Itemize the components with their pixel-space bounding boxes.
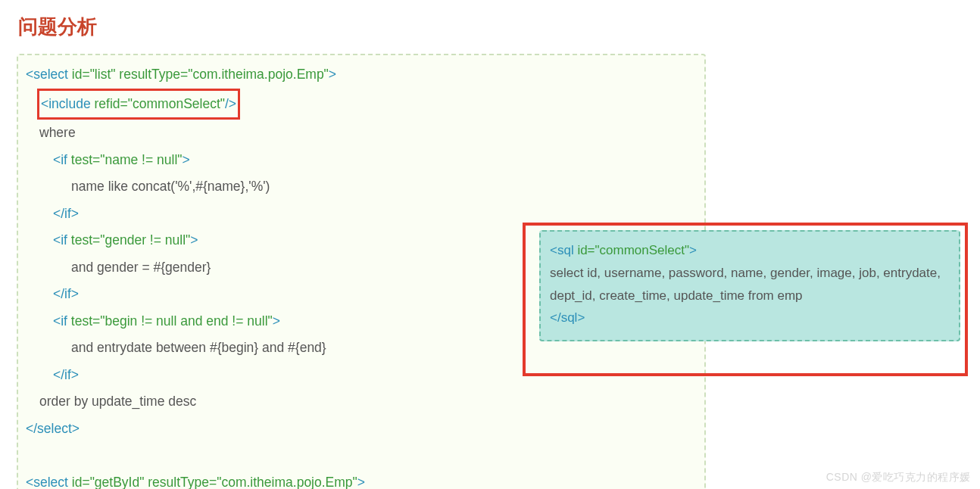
tag-close: </select> <box>26 421 80 436</box>
code-line: name like concat('%',#{name},'%') <box>26 173 697 201</box>
code-line: where <box>26 120 697 147</box>
attr: id="list" resultType="com.itheima.pojo.E… <box>72 67 329 82</box>
attr: id="commonSelect" <box>577 243 689 257</box>
text: and gender = #{gender} <box>71 260 211 275</box>
tag-close: /> <box>225 96 236 111</box>
sql-fragment-highlight: <sql id="commonSelect"> select id, usern… <box>523 223 968 376</box>
tag-open: <sql <box>550 243 577 257</box>
code-line: <select id="getById" resultType="com.ith… <box>26 469 697 489</box>
code-line: order by update_time desc <box>26 388 697 416</box>
tag-open: <include <box>41 96 95 111</box>
tag-open: <select <box>26 475 72 489</box>
tag-close: > <box>357 475 365 489</box>
attr: id="getById" resultType="com.itheima.poj… <box>72 475 357 489</box>
tag-close: </if> <box>53 367 79 382</box>
tag-close: > <box>689 243 697 257</box>
text: select id, username, password, name, gen… <box>550 266 941 303</box>
tag-close: > <box>329 67 336 82</box>
text: order by update_time desc <box>39 394 196 409</box>
text: name like concat('%',#{name},'%') <box>71 179 270 194</box>
code-line: <sql id="commonSelect"> <box>550 239 950 262</box>
attr: test="name != null" <box>71 152 183 167</box>
code-line: <if test="name != null"> <box>26 147 697 174</box>
tag-close: > <box>190 232 198 248</box>
code-line: select id, username, password, name, gen… <box>550 262 950 307</box>
section-title: 问题分析 <box>18 14 963 40</box>
tag-open: <if <box>53 152 71 167</box>
code-line: </select> <box>26 416 697 443</box>
attr: test="begin != null and end != null" <box>71 313 273 329</box>
tag-close: > <box>183 152 190 167</box>
code-line: </sql> <box>550 307 950 329</box>
tag-close: > <box>273 313 280 329</box>
highlight-include: <include refid="commonSelect"/> <box>37 89 240 120</box>
sql-fragment-panel: <sql id="commonSelect"> select id, usern… <box>539 230 960 341</box>
code-line-highlight: <include refid="commonSelect"/> <box>26 89 697 120</box>
tag-open: <if <box>53 313 71 329</box>
tag-close: </sql> <box>550 310 585 325</box>
code-line: <select id="list" resultType="com.itheim… <box>26 61 697 89</box>
watermark: CSDN @爱吃巧克力的程序媛 <box>826 471 971 484</box>
text: and entrydate between #{begin} and #{end… <box>71 340 326 355</box>
tag-close: </if> <box>53 206 79 221</box>
attr: refid="commonSelect" <box>95 96 225 111</box>
tag-open: <select <box>26 67 72 82</box>
attr: test="gender != null" <box>71 232 190 248</box>
blank-line <box>26 442 697 469</box>
tag-close: </if> <box>53 286 79 301</box>
tag-open: <if <box>53 232 71 248</box>
text: where <box>39 125 76 140</box>
